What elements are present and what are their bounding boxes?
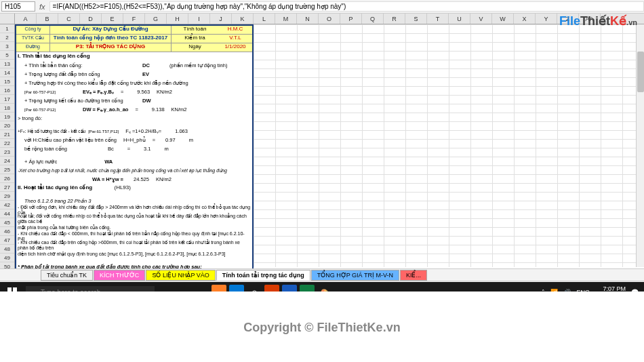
row-header-13[interactable]: 13: [0, 60, 14, 68]
col-header-L[interactable]: L: [254, 14, 275, 24]
row-header-22[interactable]: 22: [0, 139, 14, 148]
col-header-B[interactable]: B: [37, 14, 58, 24]
r8-ref: [Par.61.T57,P12]: [88, 129, 119, 134]
grid[interactable]: 1235131415161718192021222324252627294244…: [0, 24, 644, 267]
tab-kich-thuoc[interactable]: KÍCH THƯỚC: [94, 270, 145, 281]
row-header-24[interactable]: 24: [0, 157, 14, 165]
row-header-20[interactable]: 20: [0, 121, 14, 130]
col-header-O[interactable]: O: [319, 14, 340, 24]
r8-f: Fₑ =1+0.2H/Bᵥ=: [125, 128, 161, 134]
col-header-E[interactable]: E: [102, 14, 123, 24]
r4-unit: KN/m2: [157, 89, 172, 95]
tab-tieu-chuan[interactable]: Tiêu chuẩn TK: [41, 270, 93, 281]
tab-kie[interactable]: KIỂ...: [400, 270, 427, 281]
r4-val: 9.563: [137, 89, 150, 95]
col-header-X[interactable]: X: [514, 14, 536, 24]
col-header-K[interactable]: K: [232, 14, 254, 24]
tab-so-lieu[interactable]: SỐ LIỆU NHẬP VÀO: [146, 270, 215, 281]
section-2-title: II. Hoạt tải tác dụng lên cống (HL93): [16, 184, 252, 193]
s2-n5: - Khi chiều cao đất đắp trên cống hộp >6…: [18, 240, 251, 251]
name-box[interactable]: [1, 1, 35, 12]
r2-sym: EV: [142, 71, 251, 77]
r9: với H:Chiều cao phần vật liệu trên cống: [18, 137, 117, 143]
r3: + Trường hợp thi công theo kiểu lắp đặt …: [18, 80, 188, 86]
watermark-area: Copyright © FileThietKe.vn: [0, 291, 644, 362]
row-header-27[interactable]: 27: [0, 183, 14, 192]
row-header-48[interactable]: 48: [0, 245, 14, 254]
col-header-A[interactable]: A: [15, 14, 37, 24]
formula-bar: fx: [0, 0, 644, 14]
col-header-G[interactable]: G: [145, 14, 167, 24]
col-header-C[interactable]: C: [58, 14, 80, 24]
r4-ref: [Par 60-T57-P12]: [18, 90, 56, 94]
lbl-tinh: Tính toán: [171, 26, 218, 34]
tab-tinh-toan[interactable]: Tính toán tải trọng tác dụng: [216, 270, 310, 281]
r8-val: 1.063: [175, 128, 188, 134]
col-header-R[interactable]: R: [384, 14, 405, 24]
col-header-F[interactable]: F: [123, 14, 145, 24]
col-header-V[interactable]: V: [470, 14, 492, 24]
col-header-H[interactable]: H: [167, 14, 188, 24]
empty-grid[interactable]: [254, 24, 644, 267]
fx-icon[interactable]: fx: [39, 3, 45, 11]
col-header-W[interactable]: W: [492, 14, 514, 24]
row-header-2[interactable]: 2: [0, 33, 14, 42]
row-header-47[interactable]: 47: [0, 236, 14, 245]
watermark-text: Copyright © FileThietKe.vn: [0, 321, 644, 335]
col-header-I[interactable]: I: [188, 14, 210, 24]
row-header-1[interactable]: 1: [0, 24, 14, 33]
row-header-42[interactable]: 42: [0, 201, 14, 209]
row-header-49[interactable]: 49: [0, 254, 14, 262]
col-header-J[interactable]: J: [210, 14, 232, 24]
row-header-45[interactable]: 45: [0, 218, 14, 227]
row-header-5[interactable]: 5: [0, 51, 14, 60]
r2: + Trọng lượng đất đắp trên cống: [18, 71, 100, 77]
company-cell: Công ty: [16, 26, 50, 34]
col-header-N[interactable]: N: [297, 14, 319, 24]
row-header-46[interactable]: 46: [0, 227, 14, 236]
r11: + Áp lực nước: [18, 159, 57, 165]
row-header-26[interactable]: 26: [0, 174, 14, 183]
s2-n6: diện tích hình chữ nhật quy định trong c…: [18, 252, 226, 257]
val-ngay: 1/1/2020: [218, 43, 252, 52]
r6-unit: KN/m2: [172, 106, 187, 113]
row-header-19[interactable]: 19: [0, 113, 14, 121]
col-header-S[interactable]: S: [405, 14, 427, 24]
row-header-25[interactable]: 25: [0, 165, 14, 174]
row-header-18[interactable]: 18: [0, 104, 14, 113]
tab-tong-hop[interactable]: TỔNG HỢP GIÁ TRỊ M-V-N: [311, 270, 399, 281]
col-header-P[interactable]: P: [340, 14, 362, 24]
r9-unit: m: [189, 137, 193, 143]
row-header-15[interactable]: 15: [0, 77, 14, 86]
vertical-scrollbar[interactable]: [636, 24, 644, 267]
col-header-M[interactable]: M: [275, 14, 297, 24]
section-1-title: I. Tĩnh tải tác dụng lên cống: [16, 52, 252, 61]
row-header-14[interactable]: 14: [0, 68, 14, 77]
col-header-Q[interactable]: Q: [362, 14, 384, 24]
row-header-23[interactable]: 23: [0, 148, 14, 157]
lbl-kiem: Kiểm tra: [171, 35, 218, 43]
col-header-T[interactable]: T: [427, 14, 449, 24]
col-header-Y[interactable]: Y: [536, 14, 557, 24]
project-part: P3: TẢI TRỌNG TÁC DỤNG: [50, 43, 171, 52]
row-header-29[interactable]: 29: [0, 192, 14, 201]
row-header-16[interactable]: 16: [0, 86, 14, 95]
row-header-21[interactable]: 21: [0, 130, 14, 139]
col-header-U[interactable]: U: [449, 14, 470, 24]
scrollbar-thumb[interactable]: [637, 52, 644, 92]
logo: FileThiếtKế.vn: [559, 14, 637, 28]
col-header-D[interactable]: D: [80, 14, 102, 24]
row-header-44[interactable]: 44: [0, 209, 14, 218]
r10: bề rộng toàn cống: [18, 146, 67, 152]
r9-sym: H=H_phủ: [123, 137, 146, 143]
select-all-corner[interactable]: [0, 14, 15, 24]
r13-val: 24.525: [134, 176, 149, 182]
r10-val: 3.1: [144, 146, 150, 152]
r5: + Trọng lượng kết cấu áo đường trên cống: [18, 98, 123, 104]
row-header-17[interactable]: 17: [0, 95, 14, 104]
row-header-3[interactable]: 3: [0, 42, 14, 51]
r10-unit: m: [165, 146, 169, 152]
r1-note: (phần mềm tự động tính): [169, 62, 251, 68]
r8: +Fₑ: Hệ số tương tác đất - kết cấu: [18, 129, 85, 134]
formula-input[interactable]: [49, 1, 644, 12]
